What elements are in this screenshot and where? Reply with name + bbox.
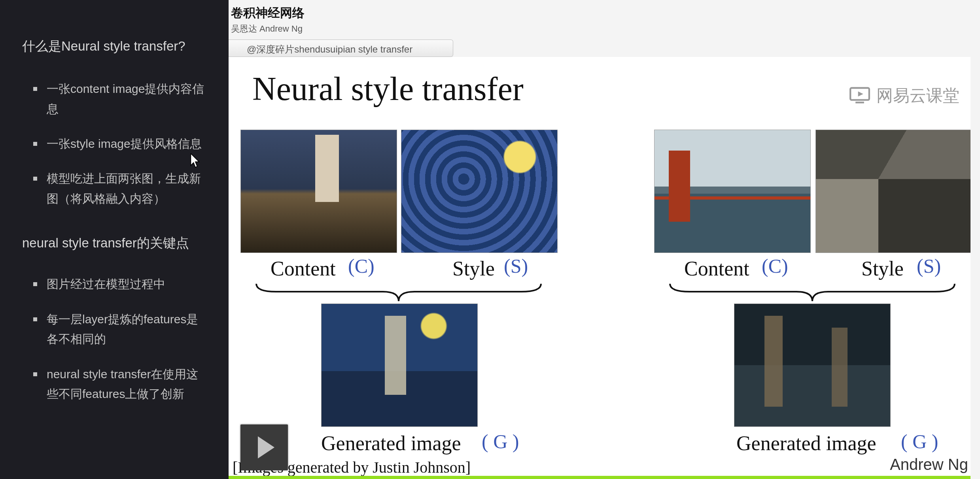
monitor-play-icon (849, 87, 870, 104)
sidebar-list-2: 图片经过在模型过程中 每一层layer提炼的features是各不相同的 neu… (22, 274, 206, 404)
provider-logo: 网易云课堂 (849, 85, 959, 107)
list-item: 模型吃进上面两张图，生成新图（将风格融入内容） (22, 169, 206, 209)
generated-label-right: Generated image (736, 432, 876, 455)
generated-label-left: Generated image (321, 432, 461, 455)
slide-author: Andrew Ng (890, 456, 968, 473)
style-hand-right: (S) (917, 255, 941, 277)
sidebar-list-1: 一张content image提供内容信息 一张style image提供风格信… (22, 79, 206, 209)
brace-left-icon (252, 282, 545, 303)
style-label-left: Style (452, 257, 495, 280)
style-image-left (401, 130, 558, 253)
svg-rect-1 (855, 102, 864, 103)
list-item: 一张style image提供风格信息 (22, 134, 206, 154)
slide: Neural style transfer 网易云课堂 Content (C) … (229, 57, 980, 476)
sidebar-heading-2: neural style transfer的关键点 (22, 234, 206, 252)
notes-sidebar: 什么是Neural style transfer? 一张content imag… (0, 0, 229, 479)
course-header: 卷积神经网络 吴恩达 Andrew Ng (229, 0, 980, 35)
content-hand-right: (C) (762, 255, 788, 277)
content-hand-left: (C) (348, 255, 375, 277)
style-label-right: Style (861, 257, 904, 280)
list-item: neural style transfer在使用这些不同features上做了创… (22, 364, 206, 404)
course-author: 吴恩达 Andrew Ng (231, 23, 980, 35)
list-item: 每一层layer提炼的features是各不相同的 (22, 309, 206, 349)
content-image-left (240, 130, 397, 253)
list-item: 一张content image提供内容信息 (22, 79, 206, 119)
scrollbar-track[interactable] (971, 0, 980, 479)
sidebar-heading-1: 什么是Neural style transfer? (22, 37, 206, 55)
video-area: 卷积神经网络 吴恩达 Andrew Ng @深度碎片shendusuipian … (229, 0, 980, 479)
generated-hand-right: ( G ) (901, 430, 938, 453)
content-label-left: Content (271, 257, 336, 280)
generated-image-right (734, 304, 891, 427)
content-image-right (654, 130, 811, 253)
course-title: 卷积神经网络 (231, 5, 980, 21)
content-label-right: Content (684, 257, 749, 280)
style-image-right (815, 130, 972, 253)
provider-label: 网易云课堂 (876, 85, 959, 107)
video-progress-bar[interactable] (229, 476, 980, 479)
slide-title: Neural style transfer (252, 70, 524, 108)
brace-right-icon (666, 282, 959, 303)
play-icon (258, 436, 274, 458)
list-item: 图片经过在模型过程中 (22, 274, 206, 294)
play-button[interactable] (240, 424, 288, 470)
watermark-tab: @深度碎片shendusuipian style transfer (229, 40, 453, 57)
generated-image-left (321, 304, 478, 427)
style-hand-left: (S) (504, 255, 528, 277)
generated-hand-left: ( G ) (482, 430, 519, 453)
